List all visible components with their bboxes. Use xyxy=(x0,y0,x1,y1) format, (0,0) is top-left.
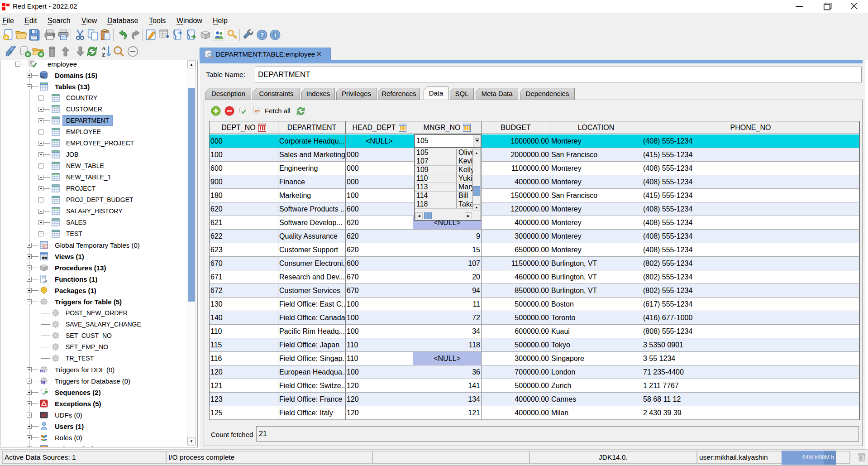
svg-text:3: 3 xyxy=(43,394,44,397)
svg-text:DB: DB xyxy=(41,381,46,384)
svg-text:y: y xyxy=(43,279,45,283)
svg-text:Z: Z xyxy=(102,52,105,58)
svg-text:?: ? xyxy=(260,32,264,38)
svg-text:G: G xyxy=(43,245,47,249)
svg-text:A: A xyxy=(101,45,105,52)
svg-text:DDL: DDL xyxy=(40,370,46,373)
svg-text:x: x xyxy=(45,278,48,283)
svg-text:i: i xyxy=(274,32,276,38)
